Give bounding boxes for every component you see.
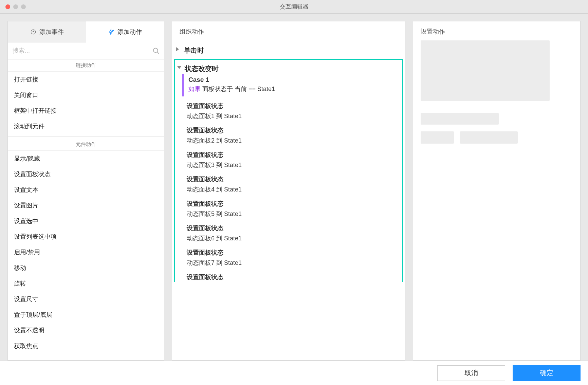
- window-title: 交互编辑器: [280, 3, 309, 11]
- action-row-title: 设置面板状态: [187, 270, 402, 282]
- action-set-image[interactable]: 设置图片: [8, 198, 164, 213]
- action-row-detail: 动态面板1 到 State1: [187, 111, 402, 123]
- action-row[interactable]: 设置面板状态动态面板1 到 State1: [187, 98, 402, 123]
- lightning-plus-icon: [108, 29, 115, 35]
- action-close-window[interactable]: 关闭窗口: [8, 87, 164, 103]
- titlebar: 交互编辑器: [0, 0, 588, 14]
- action-set-text[interactable]: 设置文本: [8, 182, 164, 198]
- action-rotate[interactable]: 旋转: [8, 276, 164, 291]
- traffic-lights: [5, 4, 26, 9]
- svg-point-1: [153, 48, 158, 52]
- settings-placeholder-small-2: [460, 131, 518, 144]
- action-row-detail: 动态面板4 到 State1: [187, 184, 402, 196]
- action-open-link[interactable]: 打开链接: [8, 72, 164, 87]
- chevron-right-icon: [176, 47, 179, 51]
- event-state-change-label: 状态改变时: [185, 65, 219, 72]
- action-row-title: 设置面板状态: [187, 147, 402, 160]
- case-title: Case 1: [188, 76, 402, 84]
- action-list: 链接动作 打开链接 关闭窗口 框架中打开链接 滚动到元件 元件动作 显示/隐藏 …: [8, 59, 164, 360]
- action-row[interactable]: 设置面板状态动态面板2 到 State1: [187, 123, 402, 147]
- action-show-hide[interactable]: 显示/隐藏: [8, 151, 164, 166]
- action-row-detail: 动态面板6 到 State1: [187, 233, 402, 245]
- action-enable-disable[interactable]: 启用/禁用: [8, 244, 164, 260]
- divider: [8, 136, 164, 136]
- event-click-label: 单击时: [184, 47, 204, 54]
- workspace: 添加事件 添加动作 链接动作 打开链接 关闭窗口 框架中打开链接 滚动到元件 元…: [0, 14, 588, 361]
- action-row[interactable]: 设置面板状态动态面板7 到 State1: [187, 245, 402, 270]
- action-move[interactable]: 移动: [8, 260, 164, 276]
- settings-placeholder-small-1: [421, 131, 454, 144]
- right-header: 设置动作: [421, 28, 573, 36]
- action-row[interactable]: 设置面板状态动态面板4 到 State1: [187, 172, 402, 196]
- window-close-button[interactable]: [5, 4, 10, 9]
- tab-add-event-label: 添加事件: [39, 28, 64, 36]
- search-box: [8, 42, 164, 59]
- action-row-title: 设置面板状态: [187, 123, 402, 135]
- tab-add-event[interactable]: 添加事件: [8, 21, 86, 42]
- condition-text: 面板状态于 当前 == State1: [202, 86, 275, 92]
- cancel-button[interactable]: 取消: [437, 365, 505, 381]
- event-tree: 单击时 状态改变时 Case 1 如果 面板状态于 当前 == State1 设…: [172, 42, 405, 360]
- ok-button[interactable]: 确定: [513, 365, 581, 381]
- action-row-title: 设置面板状态: [187, 98, 402, 111]
- action-row-detail: 动态面板3 到 State1: [187, 160, 402, 172]
- mid-header: 组织动作: [172, 21, 405, 42]
- case-condition: 如果 面板状态于 当前 == State1: [188, 85, 402, 93]
- case-block[interactable]: Case 1 如果 面板状态于 当前 == State1: [182, 74, 402, 96]
- left-tabs: 添加事件 添加动作: [8, 21, 164, 42]
- action-scroll-to[interactable]: 滚动到元件: [8, 118, 164, 134]
- settings-placeholder-block: [421, 40, 550, 101]
- settings-placeholder-line: [421, 113, 499, 125]
- action-set-opacity[interactable]: 设置不透明: [8, 323, 164, 338]
- cursor-icon: [30, 29, 37, 35]
- right-panel: 设置动作: [413, 21, 581, 361]
- action-get-focus[interactable]: 获取焦点: [8, 338, 164, 354]
- action-row[interactable]: 设置面板状态动态面板3 到 State1: [187, 147, 402, 172]
- action-open-in-frame[interactable]: 框架中打开链接: [8, 103, 164, 118]
- footer: 取消 确定: [0, 361, 588, 385]
- window-maximize-button[interactable]: [21, 4, 26, 9]
- action-set-list-selected[interactable]: 设置列表选中项: [8, 229, 164, 244]
- action-row-title: 设置面板状态: [187, 221, 402, 233]
- action-row-detail: 动态面板5 到 State1: [187, 208, 402, 221]
- action-row-detail: 动态面板7 到 State1: [187, 257, 402, 270]
- action-set-selected[interactable]: 设置选中: [8, 213, 164, 229]
- action-group-list: 设置面板状态动态面板1 到 State1 设置面板状态动态面板2 到 State…: [175, 98, 402, 282]
- search-icon[interactable]: [152, 47, 160, 55]
- event-state-change[interactable]: 状态改变时: [174, 59, 403, 73]
- action-row[interactable]: 设置面板状态动态面板6 到 State1: [187, 221, 402, 245]
- action-row-title: 设置面板状态: [187, 196, 402, 208]
- search-input[interactable]: [12, 44, 152, 57]
- action-row-title: 设置面板状态: [187, 172, 402, 184]
- event-click[interactable]: 单击时: [174, 42, 403, 59]
- window-minimize-button[interactable]: [13, 4, 18, 9]
- left-panel: 添加事件 添加动作 链接动作 打开链接 关闭窗口 框架中打开链接 滚动到元件 元…: [7, 21, 164, 361]
- chevron-down-icon: [177, 66, 181, 69]
- tab-add-action[interactable]: 添加动作: [86, 21, 164, 42]
- action-bring-front-back[interactable]: 置于顶层/底层: [8, 307, 164, 323]
- action-row[interactable]: 设置面板状态: [187, 270, 402, 282]
- tab-add-action-label: 添加动作: [117, 28, 142, 36]
- action-row[interactable]: 设置面板状态动态面板5 到 State1: [187, 196, 402, 221]
- event-state-change-body: Case 1 如果 面板状态于 当前 == State1 设置面板状态动态面板1…: [174, 73, 403, 282]
- section-link-actions: 链接动作: [8, 59, 164, 72]
- action-row-detail: 动态面板2 到 State1: [187, 135, 402, 147]
- condition-keyword: 如果: [188, 86, 201, 92]
- mid-panel: 组织动作 单击时 状态改变时 Case 1 如果 面板状态于 当前 == Sta…: [172, 21, 405, 361]
- action-set-panel-state[interactable]: 设置面板状态: [8, 166, 164, 182]
- action-set-size[interactable]: 设置尺寸: [8, 291, 164, 307]
- section-widget-actions: 元件动作: [8, 139, 164, 151]
- action-row-title: 设置面板状态: [187, 245, 402, 257]
